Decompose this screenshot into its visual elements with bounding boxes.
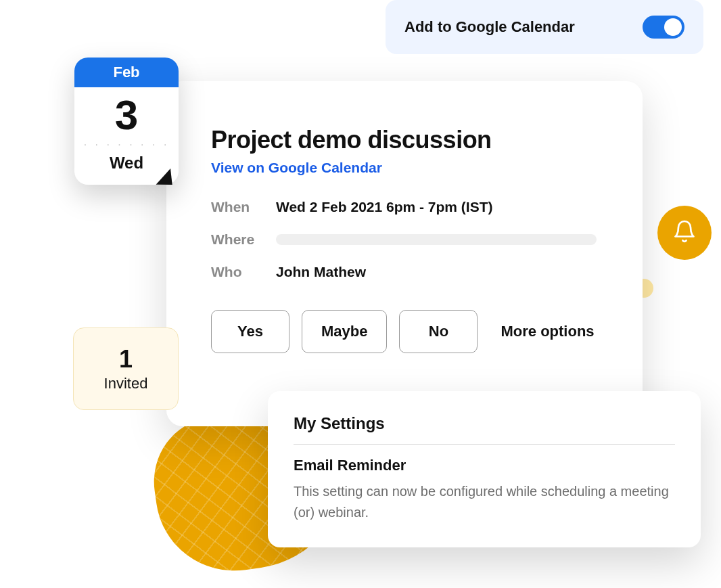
settings-card: My Settings Email Reminder This setting … (268, 391, 701, 547)
google-calendar-toggle-card: Add to Google Calendar (386, 0, 703, 54)
date-divider: · · · · · · · · (74, 136, 179, 154)
invited-label: Invited (74, 375, 178, 392)
notification-button[interactable] (657, 206, 712, 260)
toggle-knob (664, 18, 682, 36)
event-card: Project demo discussion View on Google C… (166, 81, 643, 426)
when-label: When (211, 199, 276, 215)
date-day: 3 (74, 87, 179, 136)
rsvp-row: Yes Maybe No More options (211, 310, 603, 353)
rsvp-no-button[interactable]: No (399, 310, 478, 353)
event-title: Project demo discussion (211, 126, 603, 154)
more-options-link[interactable]: More options (501, 323, 594, 340)
settings-description: This setting can now be configured while… (294, 481, 675, 523)
date-badge: Feb 3 · · · · · · · · Wed (74, 58, 179, 185)
where-label: Where (211, 231, 276, 248)
google-calendar-toggle[interactable] (643, 16, 684, 39)
date-month: Feb (74, 58, 179, 87)
invited-card: 1 Invited (73, 327, 179, 410)
settings-title: My Settings (294, 414, 675, 445)
when-value: Wed 2 Feb 2021 6pm - 7pm (IST) (276, 199, 493, 215)
view-on-google-calendar-link[interactable]: View on Google Calendar (211, 160, 382, 176)
rsvp-maybe-button[interactable]: Maybe (302, 310, 387, 353)
event-where-row: Where (211, 231, 603, 248)
invited-count: 1 (74, 345, 178, 374)
event-who-row: Who John Mathew (211, 264, 603, 280)
who-label: Who (211, 264, 276, 280)
who-value: John Mathew (276, 264, 366, 280)
settings-subtitle: Email Reminder (294, 457, 675, 474)
bell-icon (672, 219, 697, 246)
rsvp-yes-button[interactable]: Yes (211, 310, 289, 353)
where-placeholder (276, 234, 597, 245)
event-when-row: When Wed 2 Feb 2021 6pm - 7pm (IST) (211, 199, 603, 215)
toggle-label: Add to Google Calendar (404, 18, 575, 36)
